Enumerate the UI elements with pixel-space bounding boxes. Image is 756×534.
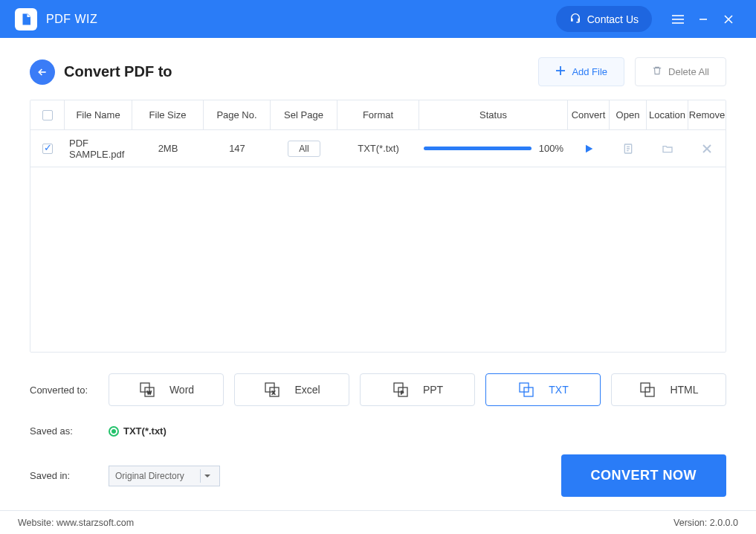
add-file-label: Add File — [572, 66, 607, 77]
svg-text:X: X — [272, 390, 275, 395]
row-open-button[interactable] — [610, 143, 647, 155]
delete-all-label: Delete All — [668, 66, 709, 77]
col-pageno: Page No. — [204, 100, 271, 129]
page-header: Convert PDF to Add File Delete All — [30, 57, 726, 86]
contact-us-label: Contact Us — [587, 13, 639, 25]
footer-website-value[interactable]: www.starzsoft.com — [56, 518, 134, 528]
saved-as-radio-option[interactable]: TXT(*.txt) — [109, 425, 167, 437]
saved-in-select[interactable]: Original Directory — [109, 466, 220, 486]
window-controls — [665, 7, 741, 32]
row-format: TXT(*.txt) — [337, 143, 419, 154]
select-all-checkbox[interactable] — [42, 110, 53, 120]
titlebar: PDF WIZ Contact Us — [0, 0, 756, 38]
table-header: File Name File Size Page No. Sel Page Fo… — [30, 100, 726, 130]
ppt-icon: P — [392, 381, 410, 399]
col-filename: File Name — [65, 100, 132, 129]
converted-to-row: Converted to: W Word X Excel P PPT TXT H… — [30, 373, 726, 406]
plus-icon — [555, 65, 566, 78]
file-table: File Name File Size Page No. Sel Page Fo… — [30, 100, 726, 353]
footer-website-label: Website: — [18, 518, 54, 528]
col-format: Format — [337, 100, 419, 129]
col-open: Open — [610, 100, 647, 129]
saved-in-value: Original Directory — [115, 471, 184, 481]
col-convert: Convert — [568, 100, 610, 129]
row-filesize: 2MB — [132, 143, 204, 154]
format-ppt-button[interactable]: P PPT — [360, 373, 475, 406]
format-word-label: Word — [169, 384, 194, 396]
saved-in-row: Saved in: Original Directory CONVERT NOW — [30, 454, 726, 497]
saved-as-row: Saved as: TXT(*.txt) — [30, 425, 726, 437]
radio-icon — [109, 426, 119, 437]
col-filesize: File Size — [132, 100, 204, 129]
saved-in-label: Saved in: — [30, 470, 97, 481]
headset-icon — [569, 12, 581, 26]
svg-text:P: P — [401, 390, 404, 395]
format-txt-button[interactable]: TXT — [485, 373, 601, 406]
col-status: Status — [419, 100, 568, 129]
menu-button[interactable] — [665, 7, 691, 32]
footer-version-label: Version: — [673, 518, 707, 528]
col-location: Location — [647, 100, 688, 129]
html-icon — [639, 381, 656, 399]
row-progress: 100% — [419, 143, 568, 154]
col-remove: Remove — [688, 100, 726, 129]
back-button[interactable] — [30, 59, 55, 85]
svg-text:W: W — [147, 390, 152, 395]
format-html-button[interactable]: HTML — [611, 373, 726, 406]
convert-now-button[interactable]: CONVERT NOW — [561, 454, 727, 497]
format-txt-label: TXT — [549, 384, 568, 396]
format-word-button[interactable]: W Word — [109, 373, 224, 406]
table-empty-area — [30, 167, 726, 352]
format-html-label: HTML — [670, 384, 698, 396]
row-checkbox[interactable] — [42, 144, 53, 154]
table-row: PDF SAMPLE.pdf 2MB 147 All TXT(*.txt) 10… — [30, 130, 726, 167]
app-name: PDF WIZ — [46, 13, 97, 26]
app-logo — [15, 8, 37, 30]
minimize-button[interactable] — [691, 7, 716, 32]
main-panel: Convert PDF to Add File Delete All File … — [0, 38, 756, 497]
row-convert-button[interactable] — [568, 143, 610, 155]
format-ppt-label: PPT — [423, 384, 443, 396]
excel-icon: X — [263, 381, 281, 399]
row-progress-pct: 100% — [539, 143, 563, 154]
row-pageno: 147 — [204, 143, 271, 154]
row-location-button[interactable] — [647, 143, 688, 155]
add-file-button[interactable]: Add File — [538, 57, 624, 86]
word-icon: W — [138, 381, 156, 399]
txt-icon — [517, 381, 535, 399]
page-title: Convert PDF to — [64, 63, 172, 80]
row-filename: PDF SAMPLE.pdf — [65, 138, 132, 160]
row-selpage-button[interactable]: All — [288, 141, 320, 157]
footer-version-value: 2.0.0.0 — [710, 518, 738, 528]
col-selpage: Sel Page — [271, 100, 337, 129]
saved-as-label: Saved as: — [30, 425, 97, 437]
footer: Website: www.starzsoft.com Version: 2.0.… — [0, 510, 756, 534]
format-excel-button[interactable]: X Excel — [234, 373, 349, 406]
chevron-down-icon — [200, 469, 213, 483]
contact-us-button[interactable]: Contact Us — [556, 6, 652, 32]
row-remove-button[interactable] — [688, 144, 726, 154]
saved-as-value: TXT(*.txt) — [123, 425, 167, 437]
delete-all-button[interactable]: Delete All — [635, 57, 726, 86]
format-excel-label: Excel — [294, 384, 320, 396]
close-button[interactable] — [716, 7, 741, 32]
format-buttons: W Word X Excel P PPT TXT HTML — [109, 373, 726, 406]
trash-icon — [652, 65, 662, 78]
converted-to-label: Converted to: — [30, 385, 97, 396]
